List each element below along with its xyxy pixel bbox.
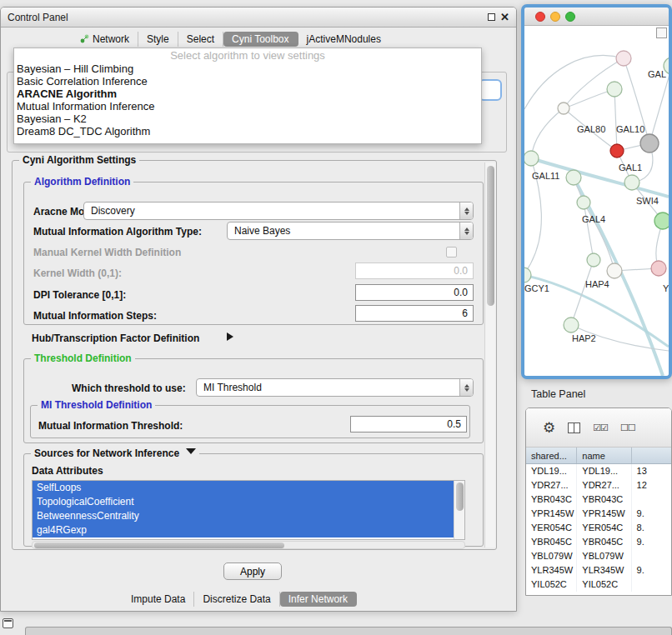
attribute-item-selected[interactable]: BetweennessCentrality <box>33 509 454 523</box>
aracne-mode-select[interactable]: Discovery <box>83 202 474 220</box>
minimize-traffic-light[interactable] <box>550 12 560 22</box>
attributes-scrollbar[interactable] <box>454 481 464 539</box>
network-overview-toggle[interactable] <box>656 28 667 38</box>
tab-discretize-data[interactable]: Discretize Data <box>194 592 279 607</box>
network-window-titlebar[interactable] <box>524 8 669 26</box>
cell: YBR043C <box>577 492 631 507</box>
column-header-extra[interactable] <box>632 448 671 463</box>
network-node[interactable] <box>564 318 579 332</box>
attributes-scrollbar-thumb[interactable] <box>456 482 464 511</box>
table-row[interactable]: YIL052CYIL052C <box>526 578 671 592</box>
tab-impute-data-label: Impute Data <box>131 593 185 605</box>
settings-scrollbar[interactable] <box>484 162 495 548</box>
tab-cyni-toolbox[interactable]: Cyni Toolbox <box>223 32 298 47</box>
attribute-item-selected[interactable]: gal4RGexp <box>33 523 454 538</box>
close-icon[interactable]: ✕ <box>500 12 509 22</box>
tab-infer-network[interactable]: Infer Network <box>280 592 357 607</box>
dropdown-item[interactable]: Dream8 DC_TDC Algorithm <box>14 125 481 138</box>
cell: YER054C <box>526 521 577 535</box>
node-label: SWI4 <box>636 196 659 206</box>
tab-network[interactable]: Network <box>72 32 138 47</box>
expand-right-icon[interactable] <box>227 332 238 341</box>
algorithm-definition-title: Algorithm Definition <box>31 176 133 188</box>
dropdown-item[interactable]: Mutual Information Inference <box>14 100 481 112</box>
float-window-icon[interactable] <box>488 13 495 21</box>
table-row[interactable]: YBR045CYBR045C9. <box>526 535 671 549</box>
network-node[interactable] <box>616 51 631 66</box>
table-row[interactable]: YDR27...YDR27...12 <box>526 478 671 492</box>
gear-icon[interactable]: ⚙ <box>543 421 555 435</box>
cell: 9. <box>632 535 671 549</box>
select-all-checkboxes-icon[interactable]: ☑☑ <box>593 422 608 433</box>
tab-style[interactable]: Style <box>138 32 178 47</box>
column-header-shared-name[interactable]: shared... <box>526 448 577 463</box>
panel-dock-icon[interactable] <box>3 618 13 628</box>
attributes-hscrollbar[interactable] <box>32 541 465 549</box>
kernel-width-input: 0.0 <box>355 262 474 279</box>
cell <box>632 549 671 563</box>
network-node[interactable] <box>654 212 669 229</box>
show-columns-icon[interactable] <box>568 422 580 433</box>
tab-jactivemnodules[interactable]: jActiveMNodules <box>298 32 389 47</box>
dropdown-item-selected[interactable]: ARACNE Algorithm <box>14 88 481 100</box>
cell: YIL052C <box>577 578 631 592</box>
table-row[interactable]: YBR043CYBR043C <box>526 492 671 507</box>
network-node[interactable] <box>524 151 539 166</box>
attributes-hscrollbar-thumb[interactable] <box>34 542 284 548</box>
tab-discretize-data-label: Discretize Data <box>203 593 270 605</box>
network-canvas[interactable]: GAL GAL80 GAL10 GAL11 GAL1 SWI4 GAL4 GCY… <box>524 26 669 376</box>
which-threshold-select[interactable]: MI Threshold <box>196 378 474 397</box>
node-label: GAL1 <box>619 162 642 172</box>
tab-select[interactable]: Select <box>178 32 223 47</box>
manual-kernel-checkbox[interactable] <box>446 247 457 258</box>
data-attributes-list[interactable]: SelfLoops TopologicalCoefficient Between… <box>32 480 465 540</box>
mi-threshold-input[interactable]: 0.5 <box>350 416 467 432</box>
dropdown-item[interactable]: Bayesian – Hill Climbing <box>14 62 481 75</box>
algorithm-selector-combo-fragment[interactable] <box>479 79 502 101</box>
dropdown-item[interactable]: Bayesian – K2 <box>14 112 481 125</box>
control-panel-titlebar[interactable]: Control Panel ✕ <box>1 8 516 28</box>
chevron-up-down-icon <box>459 379 473 396</box>
mi-steps-input[interactable]: 6 <box>355 305 474 322</box>
network-node[interactable] <box>624 175 639 190</box>
network-node[interactable] <box>587 253 600 267</box>
attribute-item-selected[interactable]: TopologicalCoefficient <box>33 495 454 509</box>
network-graph: GAL GAL80 GAL10 GAL11 GAL1 SWI4 GAL4 GCY… <box>524 26 669 376</box>
network-node[interactable] <box>524 268 531 282</box>
node-label: HAP4 <box>585 279 609 289</box>
table-row[interactable]: YPR145WYPR145W9. <box>526 507 671 521</box>
tab-style-label: Style <box>147 33 169 45</box>
network-node[interactable] <box>558 102 569 114</box>
network-node[interactable] <box>651 261 666 276</box>
tab-infer-network-label: Infer Network <box>288 593 348 605</box>
table-row[interactable]: YLR345WYLR345W9. <box>526 563 671 578</box>
network-node[interactable] <box>566 170 581 185</box>
deselect-all-checkboxes-icon[interactable]: ☐☐ <box>620 422 635 433</box>
attribute-item-selected[interactable]: SelfLoops <box>33 481 454 495</box>
cell: YPR145W <box>526 507 577 521</box>
cell: 13 <box>632 464 671 478</box>
dpi-tolerance-input[interactable]: 0.0 <box>355 284 474 301</box>
collapse-down-icon[interactable] <box>186 448 196 459</box>
threshold-definition-title: Threshold Definition <box>31 352 135 364</box>
table-row[interactable]: YDL19...YDL19...13 <box>526 464 671 478</box>
table-panel-title: Table Panel <box>531 388 585 400</box>
column-header-name[interactable]: name <box>577 448 631 463</box>
cell: YLR345W <box>577 563 631 578</box>
table-header-row: shared... name <box>526 448 671 464</box>
zoom-traffic-light[interactable] <box>565 12 575 22</box>
network-node-gal10[interactable] <box>640 134 659 152</box>
dropdown-item[interactable]: Basic Correlation Inference <box>14 75 481 88</box>
mi-type-select[interactable]: Naive Bayes <box>227 222 474 240</box>
network-node[interactable] <box>607 82 622 97</box>
table-row[interactable]: YBL079WYBL079W <box>526 549 671 563</box>
settings-scrollbar-thumb[interactable] <box>487 166 494 306</box>
close-traffic-light[interactable] <box>535 12 545 22</box>
tab-impute-data[interactable]: Impute Data <box>123 592 194 607</box>
bottom-window-edge[interactable] <box>25 627 672 635</box>
network-node[interactable] <box>577 196 590 209</box>
network-node-selected-red[interactable] <box>610 144 624 158</box>
apply-button[interactable]: Apply <box>223 562 282 580</box>
table-row[interactable]: YER054CYER054C8. <box>526 521 671 535</box>
network-node[interactable] <box>607 263 622 278</box>
